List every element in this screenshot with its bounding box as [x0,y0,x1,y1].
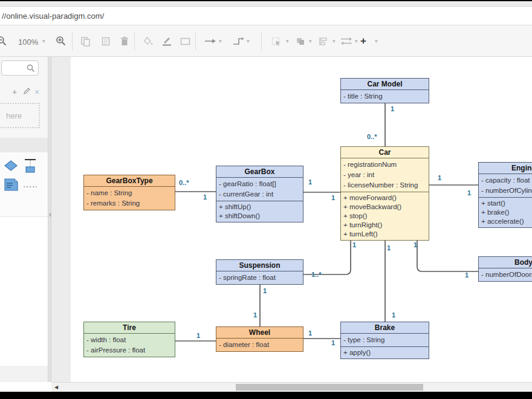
zoom-in-icon[interactable] [56,35,66,47]
search-input[interactable] [1,60,39,76]
multiplicity-label: 1 [253,311,257,319]
class-car-model[interactable]: Car Model - title : String [340,78,429,103]
zoom-out-icon[interactable] [0,35,7,47]
distribute-icon[interactable] [340,35,353,47]
multiplicity-label: 1 [352,241,356,248]
class-gearbox-type[interactable]: GearBoxType - name : String - remarks : … [83,175,175,210]
scroll-left-arrow-icon[interactable]: ◀ [54,384,58,390]
sidebar-lower-panel [0,216,48,366]
align-icon[interactable] [318,35,329,47]
diagram-canvas[interactable]: Car Model - title : String Car - registr… [71,57,532,382]
close-icon[interactable]: × [34,87,39,97]
multiplicity-label: 0..* [367,133,377,140]
sidebar-footer [0,366,48,382]
multiplicity-label: 1 [392,311,395,319]
panel-gutter [51,57,71,382]
zoom-level-value[interactable]: 100% [18,37,38,47]
multiplicity-label: 1 [387,244,391,251]
toolbar-separator [195,31,196,51]
multiplicity-label: 1 [203,193,207,201]
anchor-shape-icon[interactable] [24,158,37,174]
class-car[interactable]: Car - registrationNum - year : int - lic… [340,146,429,241]
bring-forward-icon[interactable] [295,35,306,47]
drop-zone-label: here [6,111,22,120]
horizontal-scrollbar[interactable]: ◀ [51,382,532,392]
paste-icon[interactable] [101,35,111,47]
shape-drop-zone[interactable]: here [0,103,40,128]
align-caret-icon[interactable]: ▾ [332,35,336,47]
connector-style-caret-icon[interactable]: ▾ [247,35,250,47]
class-brake[interactable]: Brake - type : String + apply() [340,322,429,359]
edit-icon[interactable] [23,87,31,97]
scrollbar-thumb[interactable] [236,384,423,391]
multiplicity-label: 1 [465,271,469,279]
arrow-style-caret-icon[interactable]: ▾ [219,35,222,47]
copy-icon[interactable] [80,35,91,47]
app-window: //online.visual-paradigm.com/ 100% ▾ [0,0,532,399]
select-tool-caret-icon[interactable]: ▾ [286,35,289,47]
diamond-shape-icon[interactable] [4,160,18,171]
multiplicity-label: 1 [308,178,312,186]
toolbar-separator [134,31,135,51]
toolbar-separator [261,31,262,51]
multiplicity-label: 1 [263,287,267,294]
add-icon[interactable]: + [12,87,17,97]
multiplicity-label: 1 [438,174,441,181]
dashed-line-shape-icon[interactable] [24,186,37,188]
edge-car-suspension [303,239,351,274]
fill-color-icon[interactable] [143,35,154,47]
class-wheel[interactable]: Wheel - diameter : float [216,326,303,352]
class-suspension[interactable]: Suspension - springRate : float [216,259,303,285]
bottom-border [0,392,532,399]
distribute-caret-icon[interactable]: ▾ [355,35,358,47]
add-shape-icon[interactable]: + [360,35,366,47]
connector-style-icon[interactable] [232,35,245,47]
browser-tab-band [0,1,532,7]
document-shape-icon[interactable] [4,178,18,191]
multiplicity-label: 1 [414,241,417,248]
multiplicity-label: 1 [308,329,312,337]
zoom-level-caret-icon[interactable]: ▾ [42,35,45,47]
select-tool-icon[interactable] [271,35,282,47]
line-color-icon[interactable] [161,35,173,47]
multiplicity-label: 1 [331,339,335,346]
multiplicity-label: 0..* [179,179,189,186]
multiplicity-label: 1 [391,105,394,112]
editor-toolbar: 100% ▾ ▾ ▾ [0,25,532,57]
class-engine[interactable]: Engine - capacity : float - numberOfCyli… [478,162,532,228]
browser-address-bar[interactable]: //online.visual-paradigm.com/ [0,7,532,25]
multiplicity-label: 1 [467,189,471,196]
shape-style-icon[interactable] [180,35,191,47]
toolbar-separator [72,31,73,51]
multiplicity-label: 1..* [311,271,322,278]
multiplicity-label: 1 [196,332,200,339]
search-icon [27,64,35,73]
arrow-style-icon[interactable] [204,35,217,47]
sidebar-section-divider [0,138,48,152]
class-gearbox[interactable]: GearBox - gearRatio : float[] - currentG… [216,166,303,222]
url-text: //online.visual-paradigm.com/ [2,11,104,21]
multiplicity-label: 1 [331,194,335,201]
class-body[interactable]: Body - numberOfDoors : int [478,256,532,282]
shape-sidebar: + × here [0,57,48,382]
edge-car-body [417,239,478,271]
bring-forward-caret-icon[interactable]: ▾ [309,35,312,47]
shapes-palette [0,152,48,216]
delete-icon[interactable] [120,35,129,47]
class-tire[interactable]: Tire - width : float - airPressure : flo… [83,322,175,357]
add-shape-caret-icon[interactable]: ▾ [375,35,378,47]
